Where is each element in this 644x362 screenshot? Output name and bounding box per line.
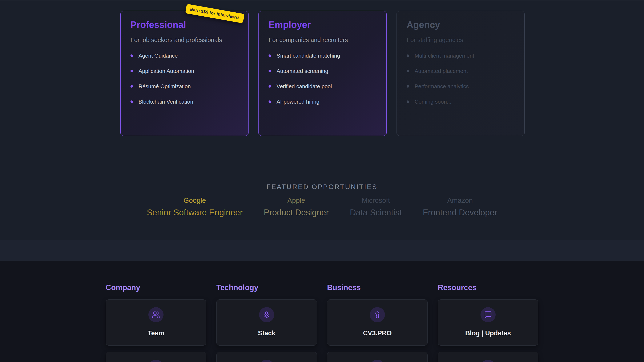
- footer-heading: Business: [327, 283, 428, 292]
- tile-label: Stack: [258, 330, 276, 337]
- featured-jobs-row: Google Senior Software Engineer Apple Pr…: [147, 196, 497, 217]
- spacer-band: [0, 240, 644, 261]
- message-square-icon: [484, 311, 492, 319]
- feature-item: Automated placement: [406, 68, 514, 74]
- footer-tile-stack[interactable]: Stack: [216, 299, 317, 346]
- feature-item: Coming soon...: [406, 99, 514, 105]
- feature-item: Application Automation: [130, 68, 238, 74]
- tile-icon-circle: [148, 307, 164, 322]
- footer-column-company: Company Team: [106, 283, 206, 362]
- feature-item: Smart candidate matching: [268, 53, 376, 59]
- feature-item: Verified candidate pool: [268, 83, 376, 89]
- users-icon: [152, 311, 160, 319]
- feature-item: Performance analytics: [406, 83, 514, 89]
- plan-title: Agency: [406, 19, 514, 30]
- featured-job-apple[interactable]: Apple Product Designer: [264, 196, 329, 217]
- feature-item: AI-powered hiring: [268, 99, 376, 105]
- tile-label: Blog | Updates: [465, 330, 511, 337]
- footer-column-resources: Resources Blog | Updates: [438, 283, 538, 362]
- plan-subtitle: For job seekers and professionals: [130, 37, 238, 43]
- feature-item: Résumé Optimization: [130, 83, 238, 89]
- job-company: Apple: [264, 196, 329, 205]
- job-company: Google: [147, 196, 243, 205]
- site-footer: Company Team: [0, 261, 644, 362]
- feature-item: Automated screening: [268, 68, 376, 74]
- plan-card-agency: Agency For staffing agencies Multi-clien…: [396, 11, 525, 136]
- footer-tile-partial[interactable]: [327, 352, 428, 362]
- tile-icon-circle: [259, 360, 274, 362]
- footer-heading: Resources: [438, 283, 538, 292]
- plan-title: Professional: [130, 19, 238, 30]
- job-role: Senior Software Engineer: [147, 207, 243, 217]
- tile-icon-circle: [370, 360, 385, 362]
- footer-heading: Technology: [216, 283, 317, 292]
- footer-grid: Company Team: [106, 261, 538, 362]
- feature-item: Agent Guidance: [130, 53, 238, 59]
- feature-item: Multi-client management: [406, 53, 514, 59]
- featured-opportunities-section: FEATURED OPPORTUNITIES Google Senior Sof…: [0, 156, 644, 240]
- feature-item: Blockchain Verification: [130, 99, 238, 105]
- tile-label: CV3.PRO: [363, 330, 392, 337]
- tile-label: Team: [148, 330, 164, 337]
- plan-card-professional[interactable]: Professional For job seekers and profess…: [120, 11, 248, 136]
- award-icon: [373, 311, 381, 319]
- footer-tile-cv3pro[interactable]: CV3.PRO: [327, 299, 428, 346]
- footer-tile-partial[interactable]: [438, 352, 538, 362]
- featured-job-microsoft[interactable]: Microsoft Data Scientist: [350, 196, 402, 217]
- featured-job-google[interactable]: Google Senior Software Engineer: [147, 196, 243, 217]
- job-role: Product Designer: [264, 207, 329, 217]
- plan-title: Employer: [268, 19, 376, 30]
- job-role: Data Scientist: [350, 207, 402, 217]
- footer-tile-partial[interactable]: [216, 352, 317, 362]
- tile-icon-circle: [259, 307, 274, 322]
- plan-feature-list: Multi-client management Automated placem…: [406, 53, 514, 105]
- plan-subtitle: For staffing agencies: [406, 37, 514, 43]
- plan-feature-list: Agent Guidance Application Automation Ré…: [130, 53, 238, 105]
- tile-icon-circle: [480, 307, 496, 322]
- job-company: Amazon: [423, 196, 497, 205]
- footer-column-business: Business CV3.PRO: [327, 283, 428, 362]
- tile-icon-circle: [370, 307, 385, 322]
- pricing-page: Earn $$$ for Interviews! Professional Fo…: [0, 0, 644, 362]
- job-role: Frontend Developer: [423, 207, 497, 217]
- plan-card-employer[interactable]: Employer For companies and recruiters Sm…: [258, 11, 386, 136]
- footer-heading: Company: [106, 283, 206, 292]
- plan-feature-list: Smart candidate matching Automated scree…: [268, 53, 376, 105]
- tile-icon-circle: [480, 360, 496, 362]
- featured-heading: FEATURED OPPORTUNITIES: [266, 183, 378, 191]
- footer-tile-blog[interactable]: Blog | Updates: [438, 299, 538, 346]
- persona-plans-section: Earn $$$ for Interviews! Professional Fo…: [0, 0, 644, 156]
- job-company: Microsoft: [350, 196, 402, 205]
- tile-icon-circle: [148, 360, 164, 362]
- plan-subtitle: For companies and recruiters: [268, 37, 376, 43]
- featured-job-amazon[interactable]: Amazon Frontend Developer: [423, 196, 497, 217]
- footer-tile-partial[interactable]: [106, 352, 206, 362]
- footer-column-technology: Technology Stack: [216, 283, 317, 362]
- layers-icon: [263, 311, 271, 319]
- footer-tile-team[interactable]: Team: [106, 299, 206, 346]
